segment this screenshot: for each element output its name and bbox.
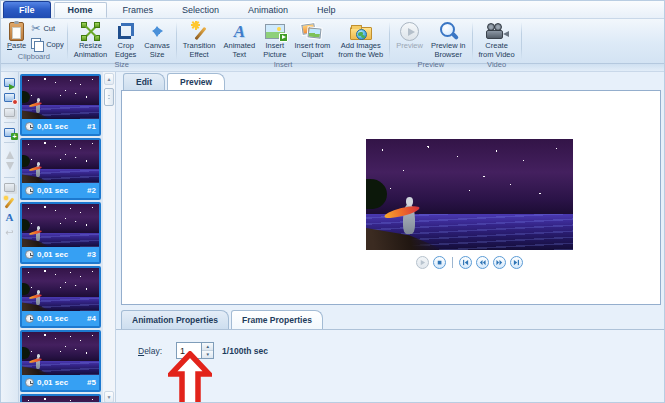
frame-thumbnail[interactable]: 0,01 sec#2 [20, 138, 101, 200]
letter-a-icon: A [234, 23, 245, 40]
previous-frame-icon[interactable] [476, 256, 489, 269]
resize-animation-button[interactable]: ResizeAnimation [71, 20, 110, 59]
tab-animation-properties[interactable]: Animation Properties [121, 310, 229, 329]
frame-info-bar: 0,01 sec#3 [22, 247, 99, 262]
delete-frame-icon[interactable] [2, 91, 17, 104]
frame-number: #2 [87, 186, 96, 195]
frame-image [22, 204, 99, 247]
canvas-size-icon [148, 22, 167, 41]
frame-delay: 0,01 sec [37, 122, 68, 131]
scroll-down-icon[interactable]: ▼ [104, 391, 114, 403]
resize-animation-icon [81, 22, 100, 41]
delay-unit: 1/100th sec [222, 346, 268, 356]
scroll-up-icon[interactable]: ▲ [104, 73, 114, 85]
paste-icon [9, 22, 24, 41]
frame-number: #5 [87, 378, 96, 387]
paste-label: Paste [7, 42, 26, 51]
tab-home[interactable]: Home [54, 2, 107, 18]
play-icon [416, 256, 429, 269]
frame-number: #3 [87, 250, 96, 259]
revert-icon: ↩ [2, 226, 17, 239]
frame-image [22, 332, 99, 375]
ribbon-group-size: ResizeAnimation CropEdges CanvasSize Siz… [68, 19, 176, 63]
crop-edges-icon [117, 22, 135, 40]
tab-animation[interactable]: Animation [235, 2, 301, 18]
clipboard-group-label: Clipboard [4, 51, 64, 63]
insert-frames-icon[interactable]: + [2, 126, 17, 139]
frame-thumbnail[interactable]: 0,01 sec#3 [20, 202, 101, 264]
frames-scrollbar[interactable]: ▲ ▼ [103, 72, 116, 403]
add-images-from-web-button[interactable]: Add Imagesfrom the Web [335, 20, 386, 59]
tab-help[interactable]: Help [304, 2, 349, 18]
frame-info-bar: 0,01 sec#5 [22, 375, 99, 390]
frame-thumbnail[interactable]: 0,01 sec#1 [20, 74, 101, 136]
tab-edit[interactable]: Edit [123, 73, 165, 90]
tab-preview[interactable]: Preview [167, 73, 225, 90]
frame-delay: 0,01 sec [37, 314, 68, 323]
stop-icon[interactable] [433, 256, 446, 269]
frame-info-bar: 0,01 sec#2 [22, 183, 99, 198]
insert-group-label: Insert [180, 59, 386, 71]
cut-button[interactable]: ✂Cut [31, 23, 64, 34]
scrollbar-thumb[interactable] [104, 88, 114, 106]
merge-frames-icon [2, 181, 17, 194]
preview-image [366, 139, 573, 250]
properties-tabs: Animation Properties Frame Properties [116, 305, 664, 329]
frame-info-bar: 0,01 sec#4 [22, 311, 99, 326]
magnifier-icon [438, 21, 459, 42]
preview-canvas [121, 90, 661, 305]
delay-label: Delay: [138, 346, 162, 356]
magic-wand-icon[interactable] [2, 196, 17, 209]
next-frame-icon[interactable] [493, 256, 506, 269]
ribbon-group-clipboard: Paste ✂Cut Copy Clipboard [1, 19, 67, 63]
crop-edges-button[interactable]: CropEdges [112, 20, 139, 59]
insert-from-clipart-button[interactable]: Insert fromClipart [291, 20, 333, 59]
clock-icon [25, 186, 34, 195]
first-frame-icon[interactable] [459, 256, 472, 269]
create-from-video-button[interactable]: Createfrom Video [476, 20, 518, 59]
folder-globe-icon [350, 27, 372, 40]
paste-button[interactable]: Paste [4, 20, 29, 51]
frame-delay: 0,01 sec [37, 250, 68, 259]
spin-down-icon[interactable]: ▼ [202, 351, 213, 358]
ribbon-group-video: Createfrom Video Video [473, 19, 521, 63]
file-tab[interactable]: File [3, 1, 51, 18]
magic-wand-icon [189, 21, 209, 41]
ribbon-group-preview: Preview Preview inBrowser Preview [390, 19, 471, 63]
preview-button: Preview [393, 20, 426, 51]
frame-info-bar: 0,01 sec#1 [22, 119, 99, 134]
tab-frames[interactable]: Frames [110, 2, 167, 18]
copy-icon [31, 38, 43, 50]
canvas-size-button[interactable]: CanvasSize [141, 20, 172, 59]
insert-picture-button[interactable]: InsertPicture [260, 20, 289, 59]
video-group-label: Video [476, 59, 518, 71]
add-frame-icon[interactable] [2, 76, 17, 89]
frame-image [22, 268, 99, 311]
play-icon [400, 22, 419, 41]
delay-spinner: ▲ ▼ [176, 342, 214, 359]
frame-thumbnail[interactable] [20, 394, 101, 403]
clock-icon [25, 314, 34, 323]
animated-text-button[interactable]: A AnimatedText [220, 20, 258, 59]
picture-icon [265, 24, 285, 39]
move-frame-down-icon [2, 161, 17, 174]
preview-in-browser-button[interactable]: Preview inBrowser [428, 20, 469, 59]
last-frame-icon[interactable] [510, 256, 523, 269]
tab-frame-properties[interactable]: Frame Properties [231, 310, 323, 329]
video-camera-icon [485, 23, 509, 40]
size-group-label: Size [71, 59, 173, 71]
tab-selection[interactable]: Selection [169, 2, 232, 18]
frame-thumbnail[interactable]: 0,01 sec#4 [20, 266, 101, 328]
frame-thumbnail[interactable]: 0,01 sec#5 [20, 330, 101, 392]
frame-text-icon[interactable]: A [2, 211, 17, 224]
duplicate-frame-icon [2, 106, 17, 119]
copy-button[interactable]: Copy [31, 38, 64, 50]
spin-up-icon[interactable]: ▲ [202, 343, 213, 351]
clock-icon [25, 378, 34, 387]
gif-animator-window: File Home Frames Selection Animation Hel… [0, 0, 665, 403]
frame-number: #1 [87, 122, 96, 131]
ribbon-group-insert: TransitionEffect A AnimatedText InsertPi… [177, 19, 389, 63]
transition-effect-button[interactable]: TransitionEffect [180, 20, 219, 59]
clock-icon [25, 122, 34, 131]
delay-input[interactable] [177, 343, 201, 358]
